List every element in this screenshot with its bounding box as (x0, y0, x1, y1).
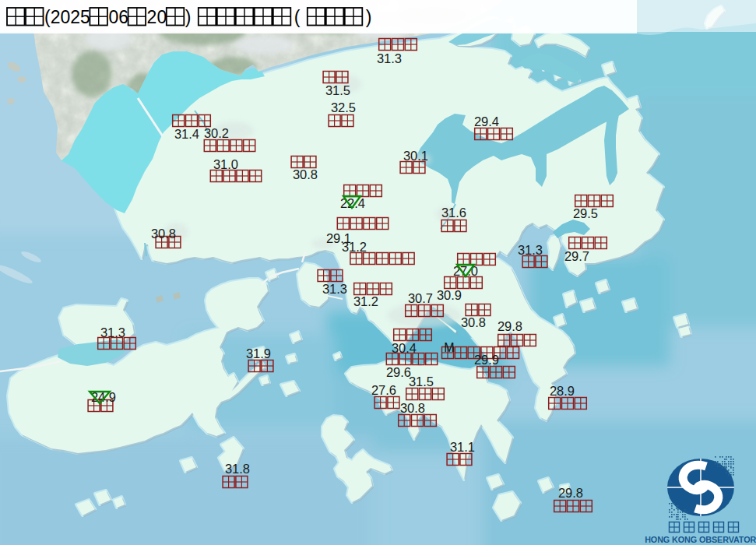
svg-text:31.6: 31.6 (441, 206, 466, 220)
svg-text:30.8: 30.8 (461, 315, 486, 329)
svg-text:31.9: 31.9 (246, 346, 271, 360)
svg-text:31.4: 31.4 (174, 127, 199, 141)
svg-text:29.9: 29.9 (474, 353, 499, 367)
svg-text:31.5: 31.5 (325, 83, 350, 97)
svg-text:30.8: 30.8 (400, 401, 425, 415)
svg-text:30.8: 30.8 (151, 227, 176, 241)
svg-text:20: 20 (147, 7, 167, 27)
svg-text:31.3: 31.3 (518, 243, 543, 257)
svg-text:30.1: 30.1 (403, 149, 428, 163)
svg-text:32.5: 32.5 (331, 100, 356, 114)
svg-text:29.7: 29.7 (564, 249, 589, 263)
svg-text:06: 06 (108, 7, 128, 27)
svg-text:27.6: 27.6 (371, 383, 396, 397)
svg-text:31.3: 31.3 (100, 325, 125, 339)
svg-text:(2025: (2025 (44, 7, 90, 27)
svg-text:): ) (185, 7, 192, 27)
svg-text:31.2: 31.2 (342, 240, 367, 254)
svg-text:29.8: 29.8 (498, 319, 522, 333)
svg-text:30.8: 30.8 (293, 167, 318, 181)
svg-text:30.9: 30.9 (437, 288, 462, 302)
svg-text:29.5: 29.5 (573, 206, 598, 220)
svg-text:31.0: 31.0 (213, 157, 238, 171)
svg-text:31.3: 31.3 (322, 282, 347, 296)
svg-text:29.8: 29.8 (558, 486, 583, 500)
svg-text:29.6: 29.6 (386, 365, 411, 379)
svg-text:31.8: 31.8 (225, 462, 250, 476)
svg-text:(: ( (294, 7, 301, 27)
svg-text:30.7: 30.7 (408, 291, 433, 305)
svg-text:29.4: 29.4 (474, 114, 499, 128)
svg-text:31.1: 31.1 (450, 440, 475, 454)
svg-text:31.5: 31.5 (409, 374, 434, 389)
svg-text:28.9: 28.9 (550, 384, 575, 398)
svg-text:31.3: 31.3 (377, 51, 402, 65)
svg-text:): ) (366, 7, 372, 27)
svg-text:30.2: 30.2 (204, 126, 229, 140)
svg-text:HONG KONG OBSERVATORY: HONG KONG OBSERVATORY (645, 535, 756, 544)
svg-text:31.2: 31.2 (353, 294, 378, 308)
svg-text:M: M (444, 341, 454, 354)
